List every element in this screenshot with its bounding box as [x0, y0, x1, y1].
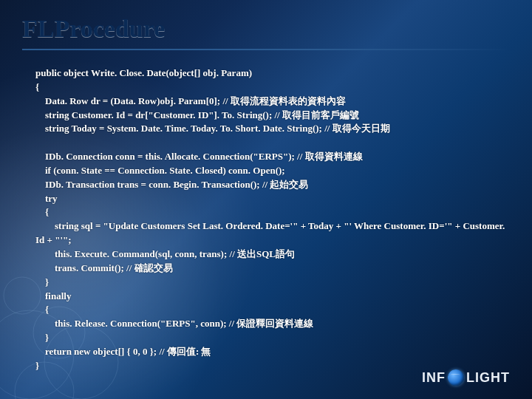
title-underline [22, 49, 510, 50]
slide-title: FLProcedure [22, 15, 510, 44]
logo-text-right: LIGHT [466, 370, 510, 386]
globe-icon [448, 369, 464, 386]
brand-logo: INF LIGHT [422, 369, 510, 386]
code-block: public object Write. Close. Date(object[… [35, 66, 510, 373]
title-area: FLProcedure [22, 15, 510, 50]
slide: FLProcedure public object Write. Close. … [0, 0, 532, 399]
logo-text-left: INF [422, 370, 446, 386]
